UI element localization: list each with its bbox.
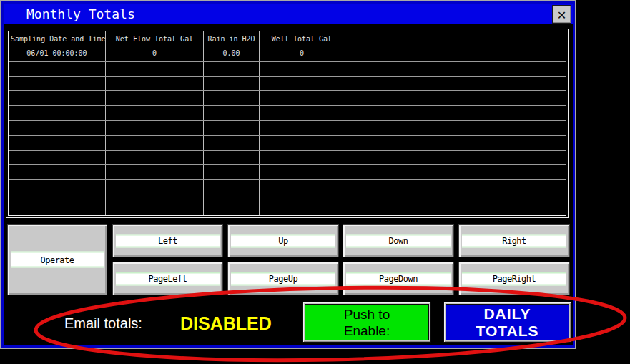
push-to-enable-button-face: Push to Enable: [305, 304, 429, 340]
page-down-button-label: PageDown [346, 272, 451, 285]
push-to-enable-line2: Enable: [344, 323, 390, 339]
table-cell [260, 180, 566, 195]
table-cell [204, 91, 260, 105]
push-to-enable-button[interactable]: Push to Enable: [302, 302, 431, 343]
table-cell-netflow: 0 [106, 46, 204, 61]
column-header-rain: Rain in H2O [204, 31, 260, 46]
table-cell-rain: 0.00 [204, 46, 260, 61]
right-button-label: Right [462, 234, 566, 247]
table-cell-well: 0 [260, 46, 566, 61]
table-cell [106, 62, 204, 76]
close-button[interactable]: ✕ [552, 5, 571, 24]
table-cell [204, 165, 260, 179]
totals-table: Sampling Date and Time Net Flow Total Ga… [6, 29, 569, 218]
table-cell [204, 195, 260, 210]
table-cell [106, 106, 204, 120]
table-row [9, 210, 566, 215]
daily-totals-button-face: DAILY TOTALS [446, 304, 569, 340]
table-row [9, 136, 566, 151]
right-button[interactable]: Right [458, 224, 570, 257]
column-header-sampling: Sampling Date and Time [9, 31, 106, 46]
table-cell [106, 91, 204, 105]
table-cell [106, 136, 204, 150]
table-cell [106, 165, 204, 179]
page-up-button-label: PageUp [231, 272, 335, 285]
table-row [9, 151, 566, 166]
email-status-value: DISABLED [180, 313, 272, 334]
email-totals-label: Email totals: [64, 315, 142, 332]
table-cell-date: 06/01 00:00:00 [9, 46, 106, 61]
operate-button[interactable]: Operate [7, 224, 107, 295]
table-cell [260, 136, 566, 150]
operate-button-label: Operate [11, 252, 104, 268]
column-header-netflow: Net Flow Total Gal [106, 31, 204, 46]
left-button[interactable]: Left [112, 224, 223, 257]
table-cell [260, 62, 566, 76]
table-cell [260, 195, 566, 210]
page-left-button[interactable]: PageLeft [112, 262, 223, 295]
table-cell [204, 106, 260, 120]
table-cell [106, 121, 204, 135]
table-cell [9, 151, 106, 165]
table-cell [9, 106, 106, 120]
table-row [9, 91, 566, 106]
table-cell [9, 91, 106, 105]
table-header-row: Sampling Date and Time Net Flow Total Ga… [9, 31, 566, 46]
table-cell [106, 210, 204, 215]
up-button-label: Up [231, 234, 335, 247]
table-cell [106, 151, 204, 165]
table-cell [9, 180, 106, 195]
table-cell [106, 77, 204, 91]
page-right-button[interactable]: PageRight [458, 262, 570, 295]
monthly-totals-window: Monthly Totals ✕ Sampling Date and Time … [0, 0, 576, 349]
table-cell [9, 121, 106, 135]
table-cell [9, 77, 106, 91]
table-cell [106, 180, 204, 195]
table-row [9, 106, 566, 121]
left-button-label: Left [116, 234, 220, 247]
down-button-label: Down [346, 234, 451, 247]
table-cell [204, 136, 260, 150]
window-title: Monthly Totals [26, 6, 135, 21]
table-cell [260, 121, 566, 135]
table-row [9, 180, 566, 195]
table-cell [204, 210, 260, 215]
table-cell [9, 62, 106, 76]
table-row: 06/01 00:00:00 0 0.00 0 [9, 46, 566, 62]
screen: Monthly Totals ✕ Sampling Date and Time … [0, 0, 630, 364]
page-down-button[interactable]: PageDown [343, 262, 454, 295]
table-body: Sampling Date and Time Net Flow Total Ga… [8, 31, 566, 216]
page-up-button[interactable]: PageUp [227, 262, 339, 295]
table-row [9, 77, 566, 92]
table-cell [260, 106, 566, 120]
table-cell [204, 121, 260, 135]
table-row [9, 62, 566, 77]
up-button[interactable]: Up [227, 224, 339, 257]
table-cell [9, 165, 106, 179]
daily-totals-line2: TOTALS [476, 323, 538, 340]
table-cell [260, 91, 566, 105]
table-row [9, 195, 566, 210]
table-cell [9, 195, 106, 210]
table-row [9, 121, 566, 136]
table-cell [260, 210, 566, 215]
title-bar[interactable]: Monthly Totals ✕ [4, 4, 573, 24]
table-row [9, 165, 566, 180]
table-cell [260, 165, 566, 179]
table-cell [260, 151, 566, 165]
table-cell [260, 77, 566, 91]
table-cell [204, 62, 260, 76]
table-cell [9, 136, 106, 150]
table-cell [204, 180, 260, 195]
close-icon: ✕ [557, 7, 566, 21]
table-cell [204, 151, 260, 165]
table-cell [204, 77, 260, 91]
column-header-well: Well Total Gal [260, 31, 566, 46]
page-right-button-label: PageRight [462, 272, 566, 285]
page-left-button-label: PageLeft [116, 272, 220, 285]
daily-totals-button[interactable]: DAILY TOTALS [443, 302, 571, 343]
down-button[interactable]: Down [343, 224, 454, 257]
push-to-enable-line1: Push to [344, 306, 390, 323]
table-cell [106, 195, 204, 210]
daily-totals-line1: DAILY [483, 305, 531, 323]
